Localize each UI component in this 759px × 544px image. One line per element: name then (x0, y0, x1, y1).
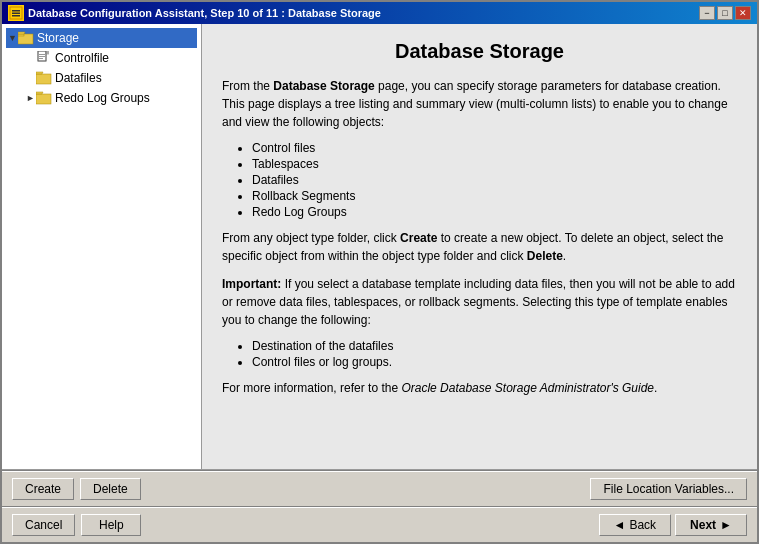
tree-item-redologgroups[interactable]: ► Redo Log Groups (6, 88, 197, 108)
next-label: Next (690, 518, 716, 532)
bullet-item: Control files or log groups. (252, 355, 737, 369)
title-controls: − □ ✕ (699, 6, 751, 20)
folder-icon-redo (36, 90, 52, 106)
close-button[interactable]: ✕ (735, 6, 751, 20)
main-content: ▼ Storage (2, 24, 757, 469)
svg-rect-16 (36, 94, 51, 104)
bullet-item: Datafiles (252, 173, 737, 187)
svg-rect-14 (36, 74, 51, 84)
delete-button[interactable]: Delete (80, 478, 141, 500)
svg-rect-1 (12, 10, 20, 12)
bold-create: Create (400, 231, 437, 245)
folder-icon-storage (18, 30, 34, 46)
bullet-item: Control files (252, 141, 737, 155)
tree-label-controlfile: Controlfile (55, 51, 109, 65)
action-bar: Create Delete File Location Variables... (2, 471, 757, 506)
svg-rect-11 (39, 54, 45, 55)
nav-bar: Cancel Help ◄ Back Next ► (2, 507, 757, 542)
tree-item-storage[interactable]: ▼ Storage (6, 28, 197, 48)
bullet-item: Tablespaces (252, 157, 737, 171)
title-bar-left: Database Configuration Assistant, Step 1… (8, 5, 381, 21)
bullet-list-1: Control files Tablespaces Datafiles Roll… (252, 141, 737, 219)
cancel-button[interactable]: Cancel (12, 514, 75, 536)
bullet-item: Redo Log Groups (252, 205, 737, 219)
back-label: Back (629, 518, 656, 532)
expand-icon-storage: ▼ (8, 33, 18, 43)
folder-icon-datafiles (36, 70, 52, 86)
bold-delete: Delete (527, 249, 563, 263)
svg-rect-12 (39, 56, 45, 57)
tree-label-redo: Redo Log Groups (55, 91, 150, 105)
page-title: Database Storage (222, 40, 737, 63)
italic-guide: Oracle Database Storage Administrator's … (401, 381, 654, 395)
svg-rect-9 (46, 51, 49, 54)
create-button[interactable]: Create (12, 478, 74, 500)
window-title: Database Configuration Assistant, Step 1… (28, 7, 381, 19)
content-panel: Database Storage From the Database Stora… (202, 24, 757, 469)
next-button[interactable]: Next ► (675, 514, 747, 536)
paragraph-4: For more information, refer to the Oracl… (222, 379, 737, 397)
back-button[interactable]: ◄ Back (599, 514, 672, 536)
svg-rect-5 (18, 34, 24, 36)
tree-label-datafiles: Datafiles (55, 71, 102, 85)
bullet-list-2: Destination of the datafiles Control fil… (252, 339, 737, 369)
maximize-button[interactable]: □ (717, 6, 733, 20)
paragraph-2: From any object type folder, click Creat… (222, 229, 737, 265)
svg-marker-15 (36, 72, 43, 74)
nav-left: Cancel Help (12, 514, 141, 536)
minimize-button[interactable]: − (699, 6, 715, 20)
expand-icon-redo: ► (26, 93, 36, 103)
svg-marker-17 (36, 92, 43, 94)
next-arrow-icon: ► (720, 518, 732, 532)
file-icon-controlfile (36, 50, 52, 66)
bullet-item: Rollback Segments (252, 189, 737, 203)
action-bar-left: Create Delete (12, 478, 141, 500)
title-bar: Database Configuration Assistant, Step 1… (2, 2, 757, 24)
bullet-item: Destination of the datafiles (252, 339, 737, 353)
nav-right: ◄ Back Next ► (599, 514, 747, 536)
paragraph-3: Important: If you select a database temp… (222, 275, 737, 329)
tree-item-datafiles[interactable]: Datafiles (6, 68, 197, 88)
bold-database-storage: Database Storage (273, 79, 374, 93)
svg-rect-3 (12, 15, 20, 17)
main-window: Database Configuration Assistant, Step 1… (0, 0, 759, 544)
help-button[interactable]: Help (81, 514, 141, 536)
app-icon (8, 5, 24, 21)
tree-item-controlfile[interactable]: Controlfile (6, 48, 197, 68)
file-location-button[interactable]: File Location Variables... (590, 478, 747, 500)
svg-rect-13 (39, 58, 43, 59)
bold-important: Important: (222, 277, 281, 291)
tree-panel: ▼ Storage (2, 24, 202, 469)
bottom-area: Create Delete File Location Variables...… (2, 469, 757, 542)
paragraph-1: From the Database Storage page, you can … (222, 77, 737, 131)
tree-label-storage: Storage (37, 31, 79, 45)
svg-marker-6 (18, 32, 25, 34)
svg-rect-2 (12, 13, 20, 15)
back-arrow-icon: ◄ (614, 518, 626, 532)
